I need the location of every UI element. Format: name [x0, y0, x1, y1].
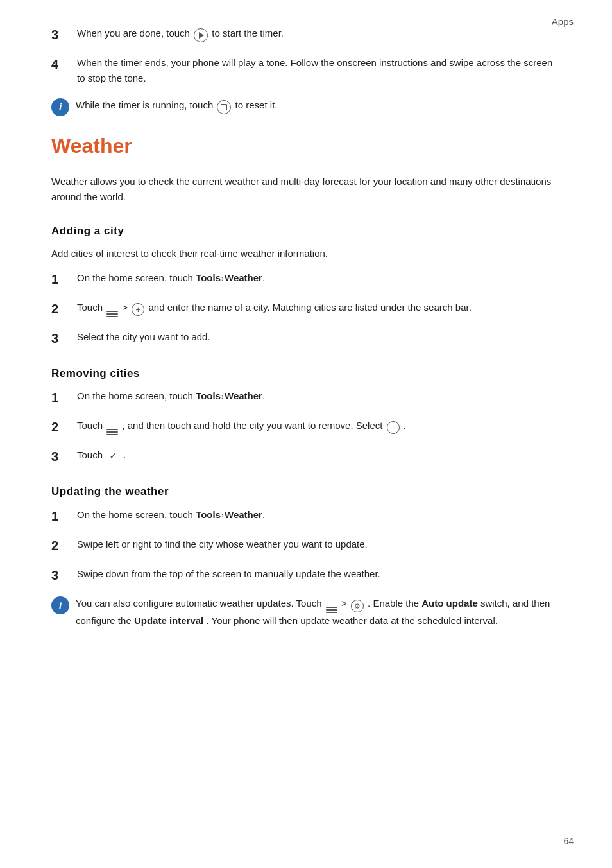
check-icon: [106, 451, 119, 460]
removing-step-1-text: On the home screen, touch Tools›Weather.: [77, 388, 561, 404]
tools-label-2: Tools: [196, 390, 221, 401]
menu-icon-3: [326, 605, 337, 614]
arrow-1: ›: [221, 274, 224, 283]
add-icon: +: [132, 303, 144, 316]
removing-step-3-num: 3: [51, 447, 72, 465]
adding-city-section: Adding a city Add cities of interest to …: [51, 223, 561, 347]
updating-weather-section: Updating the weather 1 On the home scree…: [51, 483, 561, 628]
weather-title: Weather: [51, 130, 561, 162]
updating-step-3-text: Swipe down from the top of the screen to…: [77, 566, 561, 582]
adding-step-1-text: On the home screen, touch Tools›Weather.: [77, 270, 561, 286]
updating-weather-title: Updating the weather: [51, 483, 561, 500]
arrow-2: ›: [221, 392, 224, 401]
updating-step-3-num: 3: [51, 566, 72, 584]
play-icon: [194, 28, 208, 42]
removing-step-2-text: Touch , and then touch and hold the city…: [77, 418, 561, 435]
info-top-text: While the timer is running, touch to res…: [76, 98, 561, 113]
info-updating-block: i You can also configure automatic weath…: [51, 596, 561, 629]
gear-icon: ⚙: [351, 600, 364, 612]
header-label: Apps: [552, 14, 574, 29]
step-3-number: 3: [51, 26, 72, 44]
info-icon: i: [51, 98, 69, 116]
adding-step-2: 2 Touch > + and enter the name of a city…: [51, 300, 561, 318]
adding-city-desc: Add cities of interest to check their re…: [51, 246, 561, 261]
weather-desc: Weather allows you to check the current …: [51, 174, 561, 205]
updating-step-2-text: Swipe left or right to find the city who…: [77, 537, 561, 552]
arrow-3: ›: [221, 511, 224, 520]
page: Apps 3 When you are done, touch to start…: [0, 0, 612, 868]
adding-step-1: 1 On the home screen, touch Tools›Weathe…: [51, 270, 561, 288]
step-3-block: 3 When you are done, touch to start the …: [51, 26, 561, 44]
removing-cities-section: Removing cities 1 On the home screen, to…: [51, 365, 561, 465]
weather-label-1: Weather: [225, 272, 262, 283]
step-4-text: When the timer ends, your phone will pla…: [77, 55, 561, 86]
updating-step-3: 3 Swipe down from the top of the screen …: [51, 566, 561, 584]
removing-cities-title: Removing cities: [51, 365, 561, 382]
removing-step-1-num: 1: [51, 388, 72, 406]
minus-icon: −: [387, 421, 400, 434]
tools-label: Tools: [196, 272, 221, 283]
removing-step-2: 2 Touch , and then touch and hold the ci…: [51, 418, 561, 436]
updating-step-1-text: On the home screen, touch Tools›Weather.: [77, 507, 561, 523]
removing-step-3: 3 Touch .: [51, 447, 561, 465]
weather-label-2: Weather: [225, 390, 262, 401]
adding-step-1-num: 1: [51, 270, 72, 288]
stop-icon: [217, 100, 231, 114]
adding-step-3: 3 Select the city you want to add.: [51, 329, 561, 347]
info-icon-2: i: [51, 596, 69, 614]
weather-label-3: Weather: [225, 509, 262, 520]
adding-step-2-text: Touch > + and enter the name of a city. …: [77, 300, 561, 317]
auto-update-label: Auto update: [421, 598, 478, 609]
removing-step-1: 1 On the home screen, touch Tools›Weathe…: [51, 388, 561, 406]
updating-step-1: 1 On the home screen, touch Tools›Weathe…: [51, 507, 561, 525]
removing-step-3-text: Touch .: [77, 447, 561, 463]
menu-icon-2: [106, 428, 118, 437]
adding-step-2-num: 2: [51, 300, 72, 318]
step-4-block: 4 When the timer ends, your phone will p…: [51, 55, 561, 86]
step-4-number: 4: [51, 55, 72, 73]
tools-label-3: Tools: [196, 509, 221, 520]
adding-step-3-text: Select the city you want to add.: [77, 329, 561, 345]
updating-step-2: 2 Swipe left or right to find the city w…: [51, 537, 561, 555]
update-interval-label: Update interval: [134, 615, 203, 626]
updating-step-2-num: 2: [51, 537, 72, 555]
updating-step-1-num: 1: [51, 507, 72, 525]
menu-icon-1: [106, 309, 118, 318]
info-updating-text: You can also configure automatic weather…: [76, 596, 561, 629]
removing-step-2-num: 2: [51, 418, 72, 436]
adding-step-3-num: 3: [51, 329, 72, 347]
step-3-text: When you are done, touch to start the ti…: [77, 26, 561, 41]
adding-city-title: Adding a city: [51, 223, 561, 239]
page-number: 64: [563, 835, 574, 849]
info-top-block: i While the timer is running, touch to r…: [51, 98, 561, 116]
